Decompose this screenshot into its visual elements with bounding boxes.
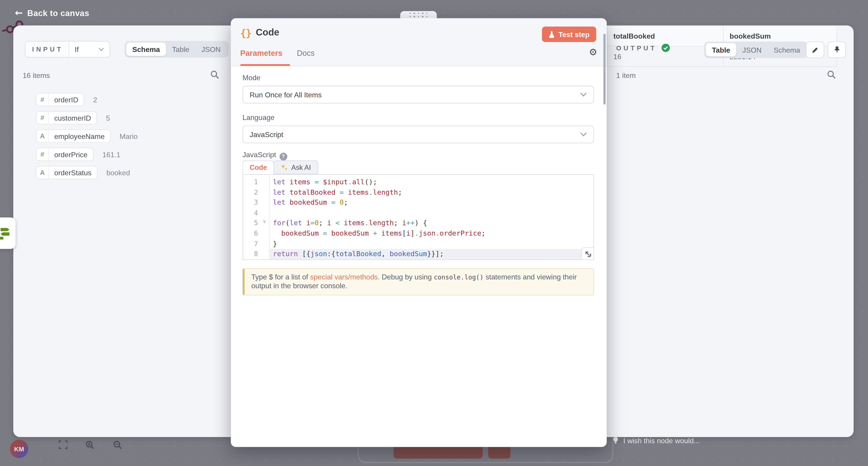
schema-field-row: # orderPrice 161.1 xyxy=(36,148,121,161)
input-node-selector[interactable]: INPUT If xyxy=(25,41,110,57)
editor-hint: Type $ for a list of special vars/method… xyxy=(243,268,594,295)
line-number: 8 xyxy=(243,249,269,259)
line-number: 2 xyxy=(243,187,269,198)
line-number: 6 xyxy=(243,228,269,239)
tab-parameters[interactable]: Parameters xyxy=(240,49,283,64)
mode-value: Run Once for All Items xyxy=(250,90,322,99)
code-field-label: JavaScript? xyxy=(243,151,287,160)
editor-gutter: ∨ 12345678 xyxy=(243,175,270,260)
number-type-icon: # xyxy=(37,112,49,124)
code-node-modal: {} Code Test step Parameters Docs ⚙ Mode… xyxy=(231,18,607,447)
node-feedback-button[interactable]: I wish this node would... xyxy=(612,436,700,445)
fold-chevron-icon[interactable]: ∨ xyxy=(263,219,266,224)
schema-field-row: A employeeName Mario xyxy=(36,129,138,143)
code-line xyxy=(270,208,594,218)
code-editor[interactable]: ∨ 12345678 let items = $input.all();let … xyxy=(243,174,594,260)
avatar: KM xyxy=(10,440,28,458)
schema-field-row: # customerID 5 xyxy=(36,111,110,125)
if-node-preview[interactable] xyxy=(0,217,16,249)
string-type-icon: A xyxy=(37,130,49,142)
pin-icon xyxy=(833,46,840,54)
tab-output-schema[interactable]: Schema xyxy=(768,43,806,57)
language-label: Language xyxy=(243,113,275,122)
expand-icon xyxy=(584,250,591,257)
back-arrow-icon: ← xyxy=(15,8,23,18)
back-to-canvas-button[interactable]: ← Back to canvas xyxy=(15,8,89,18)
ndv-drag-handle[interactable] xyxy=(400,11,437,19)
output-items-count: 1 item xyxy=(616,71,636,80)
schema-field-value: booked xyxy=(106,168,130,177)
tab-input-schema[interactable]: Schema xyxy=(126,43,166,56)
success-check-icon xyxy=(662,43,670,52)
schema-field-name: orderID xyxy=(49,94,84,106)
output-panel: OUTPUT Table JSON Schema 1 item xyxy=(607,26,854,437)
expand-editor-button[interactable] xyxy=(581,247,593,260)
tab-code[interactable]: Code xyxy=(243,160,274,174)
editor-tabs: Code Ask AI xyxy=(243,160,318,174)
output-view-tabs: Table JSON Schema xyxy=(704,41,808,58)
code-line: for(let i=0; i < items.length; i++) { xyxy=(270,218,594,229)
node-header: {} Code Test step Parameters Docs ⚙ xyxy=(231,18,607,66)
chevron-down-icon xyxy=(580,92,587,97)
wish-text: I wish this node would... xyxy=(623,436,700,445)
input-panel: INPUT If Schema Table JSON 16 items # or… xyxy=(13,26,231,437)
code-line: let items = $input.all(); xyxy=(270,177,594,188)
code-line: return [{json:{totalBooked, bookedSum}}]… xyxy=(270,249,594,259)
input-selector-value: If xyxy=(75,45,79,54)
tab-input-json[interactable]: JSON xyxy=(195,43,227,56)
pin-output-button[interactable] xyxy=(828,41,846,58)
node-tabs: Parameters Docs xyxy=(240,49,315,64)
modal-scrollbar[interactable] xyxy=(603,34,606,104)
schema-field-pill[interactable]: # orderID xyxy=(36,93,84,106)
special-vars-link[interactable]: special vars/methods. xyxy=(310,273,380,281)
input-view-tabs: Schema Table JSON xyxy=(125,41,228,57)
chevron-down-icon xyxy=(98,47,104,51)
edit-output-button[interactable] xyxy=(806,41,825,58)
hint-text: Type $ for a list of xyxy=(251,273,310,281)
mode-select[interactable]: Run Once for All Items xyxy=(243,86,594,103)
test-step-button[interactable]: Test step xyxy=(542,27,596,42)
tab-output-json[interactable]: JSON xyxy=(736,43,768,57)
node-title: Code xyxy=(256,27,279,38)
code-line: } xyxy=(270,239,594,249)
output-label: OUTPUT xyxy=(616,44,657,52)
language-value: JavaScript xyxy=(250,130,283,139)
schema-field-name: employeeName xyxy=(49,130,110,142)
string-type-icon: A xyxy=(37,166,49,179)
node-settings-gear-icon[interactable]: ⚙ xyxy=(589,48,597,57)
schema-field-value: Mario xyxy=(120,132,138,140)
code-line: let totalBooked = items.length; xyxy=(270,187,594,198)
fit-view-icon xyxy=(59,440,68,449)
tab-ask-ai[interactable]: Ask AI xyxy=(274,160,318,174)
mode-label: Mode xyxy=(243,74,260,82)
input-items-count: 16 items xyxy=(23,71,50,80)
schema-field-row: A orderStatus booked xyxy=(36,166,130,179)
search-icon[interactable] xyxy=(827,70,837,80)
if-node-icon xyxy=(0,227,11,240)
schema-field-pill[interactable]: A orderStatus xyxy=(36,166,97,179)
zoom-out-icon xyxy=(113,440,122,450)
schema-field-name: customerID xyxy=(49,112,97,124)
chevron-down-icon xyxy=(580,132,587,137)
code-area: let items = $input.all();let totalBooked… xyxy=(270,175,594,260)
drag-dots-icon xyxy=(409,12,428,17)
search-icon[interactable] xyxy=(211,70,220,80)
line-number: 3 xyxy=(243,198,269,208)
tab-docs[interactable]: Docs xyxy=(297,49,314,64)
code-line: bookedSum = bookedSum + items[i].json.or… xyxy=(270,228,594,239)
line-number: 7 xyxy=(243,239,269,249)
schema-field-pill[interactable]: # orderPrice xyxy=(36,148,94,161)
line-number: 1 xyxy=(243,177,269,188)
schema-field-pill[interactable]: # customerID xyxy=(36,111,97,125)
schema-field-value: 161.1 xyxy=(102,150,121,159)
schema-field-value: 5 xyxy=(106,113,110,122)
tab-input-table[interactable]: Table xyxy=(166,43,195,56)
help-icon[interactable]: ? xyxy=(279,153,287,160)
code-node-icon: {} xyxy=(240,27,251,39)
schema-field-pill[interactable]: A employeeName xyxy=(36,129,111,143)
schema-field-name: orderStatus xyxy=(49,166,97,179)
hint-text: Debug by using xyxy=(380,273,434,281)
tab-output-table[interactable]: Table xyxy=(706,43,736,57)
back-label: Back to canvas xyxy=(27,8,89,18)
language-select[interactable]: JavaScript xyxy=(243,126,594,143)
